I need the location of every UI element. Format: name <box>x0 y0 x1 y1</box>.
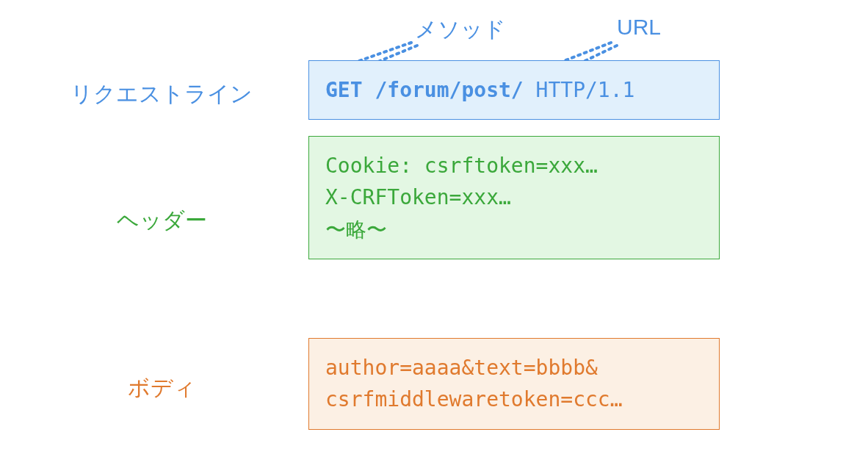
box-header: Cookie: csrftoken=xxx… X-CRFToken=xxx… 〜… <box>308 136 720 259</box>
box-body: author=aaaa&text=bbbb& csrfmiddlewaretok… <box>308 338 720 430</box>
box-request-line: GET /forum/post/ HTTP/1.1 <box>308 60 720 120</box>
request-http-version: HTTP/1.1 <box>524 78 635 102</box>
body-line-1: author=aaaa&text=bbbb& <box>325 352 703 384</box>
body-line-2: csrfmiddlewaretoken=ccc… <box>325 384 703 415</box>
label-header: ヘッダー <box>51 206 272 236</box>
label-request-line: リクエストライン <box>51 79 272 109</box>
label-body: ボディ <box>51 373 272 403</box>
annotation-url: URL <box>617 15 661 40</box>
header-line-1: Cookie: csrftoken=xxx… <box>325 150 703 181</box>
header-line-2: X-CRFToken=xxx… <box>325 181 703 213</box>
header-line-3: 〜略〜 <box>325 214 703 245</box>
request-method-url: GET /forum/post/ <box>325 78 524 102</box>
annotation-method: メソッド <box>415 15 506 45</box>
